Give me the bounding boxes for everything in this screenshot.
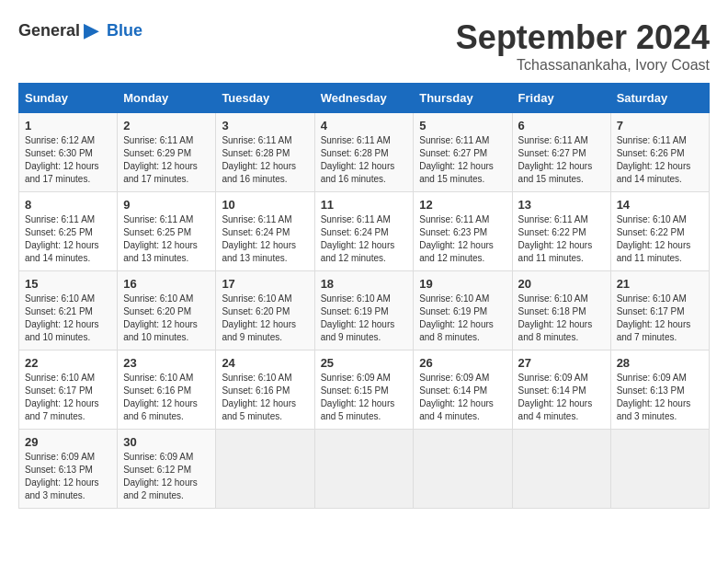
- calendar-subtitle: Tchassanankaha, Ivory Coast: [456, 57, 710, 74]
- table-row: 22 Sunrise: 6:10 AMSunset: 6:17 PMDaylig…: [19, 350, 118, 430]
- day-number: 4: [321, 119, 408, 132]
- day-number: 19: [419, 277, 506, 291]
- day-number: 30: [123, 435, 210, 449]
- day-number: 20: [518, 277, 605, 291]
- table-row: 4 Sunrise: 6:11 AMSunset: 6:28 PMDayligh…: [314, 113, 414, 192]
- day-info: Sunrise: 6:11 AMSunset: 6:24 PMDaylight:…: [222, 214, 296, 263]
- day-number: 24: [222, 356, 308, 370]
- table-row: 6 Sunrise: 6:11 AMSunset: 6:27 PMDayligh…: [512, 113, 610, 192]
- col-tuesday: Tuesday: [216, 84, 314, 113]
- col-saturday: Saturday: [610, 84, 709, 113]
- day-number: 22: [25, 356, 111, 370]
- table-row: 9 Sunrise: 6:11 AMSunset: 6:25 PMDayligh…: [118, 192, 216, 271]
- day-number: 2: [123, 119, 210, 132]
- day-number: 27: [518, 356, 605, 370]
- table-row: [512, 430, 610, 509]
- calendar-week-row: 8 Sunrise: 6:11 AMSunset: 6:25 PMDayligh…: [19, 192, 710, 271]
- day-info: Sunrise: 6:10 AMSunset: 6:19 PMDaylight:…: [419, 293, 494, 342]
- day-number: 23: [123, 356, 210, 370]
- table-row: 27 Sunrise: 6:09 AMSunset: 6:14 PMDaylig…: [512, 350, 610, 430]
- day-info: Sunrise: 6:11 AMSunset: 6:27 PMDaylight:…: [419, 135, 494, 184]
- day-number: 16: [123, 277, 210, 291]
- table-row: [216, 430, 314, 509]
- day-info: Sunrise: 6:09 AMSunset: 6:13 PMDaylight:…: [617, 373, 691, 421]
- day-info: Sunrise: 6:11 AMSunset: 6:25 PMDaylight:…: [123, 214, 198, 263]
- calendar-table: Sunday Monday Tuesday Wednesday Thursday…: [18, 83, 710, 509]
- day-number: 14: [617, 198, 703, 212]
- day-info: Sunrise: 6:10 AMSunset: 6:22 PMDaylight:…: [617, 214, 691, 263]
- table-row: 1 Sunrise: 6:12 AMSunset: 6:30 PMDayligh…: [19, 113, 118, 192]
- table-row: 21 Sunrise: 6:10 AMSunset: 6:17 PMDaylig…: [610, 271, 709, 350]
- day-info: Sunrise: 6:12 AMSunset: 6:30 PMDaylight:…: [25, 135, 99, 184]
- logo: General ▶ Blue: [18, 18, 142, 42]
- table-row: 10 Sunrise: 6:11 AMSunset: 6:24 PMDaylig…: [216, 192, 314, 271]
- col-wednesday: Wednesday: [314, 84, 414, 113]
- table-row: 2 Sunrise: 6:11 AMSunset: 6:29 PMDayligh…: [118, 113, 216, 192]
- day-number: 29: [25, 435, 111, 449]
- logo-general: General: [18, 21, 80, 40]
- day-info: Sunrise: 6:10 AMSunset: 6:17 PMDaylight:…: [25, 373, 99, 421]
- title-section: September 2024 Tchassanankaha, Ivory Coa…: [456, 18, 710, 74]
- table-row: 20 Sunrise: 6:10 AMSunset: 6:18 PMDaylig…: [512, 271, 610, 350]
- day-info: Sunrise: 6:10 AMSunset: 6:18 PMDaylight:…: [518, 293, 593, 342]
- day-info: Sunrise: 6:11 AMSunset: 6:24 PMDaylight:…: [321, 214, 395, 263]
- day-number: 26: [419, 356, 506, 370]
- table-row: [610, 430, 709, 509]
- day-info: Sunrise: 6:10 AMSunset: 6:20 PMDaylight:…: [222, 293, 296, 342]
- day-number: 1: [25, 119, 111, 132]
- table-row: 8 Sunrise: 6:11 AMSunset: 6:25 PMDayligh…: [19, 192, 118, 271]
- calendar-week-row: 15 Sunrise: 6:10 AMSunset: 6:21 PMDaylig…: [19, 271, 710, 350]
- table-row: 18 Sunrise: 6:10 AMSunset: 6:19 PMDaylig…: [314, 271, 414, 350]
- day-info: Sunrise: 6:10 AMSunset: 6:16 PMDaylight:…: [123, 373, 198, 421]
- day-number: 5: [419, 119, 506, 132]
- table-row: 13 Sunrise: 6:11 AMSunset: 6:22 PMDaylig…: [512, 192, 610, 271]
- day-number: 8: [25, 198, 111, 212]
- day-number: 18: [321, 277, 408, 291]
- day-number: 12: [419, 198, 506, 212]
- day-info: Sunrise: 6:10 AMSunset: 6:20 PMDaylight:…: [123, 293, 198, 342]
- logo-blue: Blue: [107, 21, 142, 40]
- table-row: 16 Sunrise: 6:10 AMSunset: 6:20 PMDaylig…: [118, 271, 216, 350]
- day-info: Sunrise: 6:11 AMSunset: 6:28 PMDaylight:…: [222, 135, 296, 184]
- day-number: 6: [518, 119, 605, 132]
- day-number: 25: [321, 356, 408, 370]
- day-info: Sunrise: 6:11 AMSunset: 6:27 PMDaylight:…: [518, 135, 593, 184]
- day-number: 3: [222, 119, 308, 132]
- day-info: Sunrise: 6:11 AMSunset: 6:23 PMDaylight:…: [419, 214, 494, 263]
- table-row: 24 Sunrise: 6:10 AMSunset: 6:16 PMDaylig…: [216, 350, 314, 430]
- col-monday: Monday: [118, 84, 216, 113]
- day-info: Sunrise: 6:11 AMSunset: 6:26 PMDaylight:…: [617, 135, 691, 184]
- calendar-week-row: 1 Sunrise: 6:12 AMSunset: 6:30 PMDayligh…: [19, 113, 710, 192]
- day-info: Sunrise: 6:11 AMSunset: 6:22 PMDaylight:…: [518, 214, 593, 263]
- calendar-week-row: 29 Sunrise: 6:09 AMSunset: 6:13 PMDaylig…: [19, 430, 710, 509]
- table-row: 25 Sunrise: 6:09 AMSunset: 6:15 PMDaylig…: [314, 350, 414, 430]
- day-number: 11: [321, 198, 408, 212]
- day-info: Sunrise: 6:11 AMSunset: 6:28 PMDaylight:…: [321, 135, 395, 184]
- day-info: Sunrise: 6:09 AMSunset: 6:14 PMDaylight:…: [518, 373, 593, 421]
- day-number: 15: [25, 277, 111, 291]
- calendar-title: September 2024: [456, 18, 710, 57]
- day-info: Sunrise: 6:10 AMSunset: 6:19 PMDaylight:…: [321, 293, 395, 342]
- table-row: 17 Sunrise: 6:10 AMSunset: 6:20 PMDaylig…: [216, 271, 314, 350]
- col-thursday: Thursday: [414, 84, 512, 113]
- day-info: Sunrise: 6:10 AMSunset: 6:16 PMDaylight:…: [222, 373, 296, 421]
- table-row: 7 Sunrise: 6:11 AMSunset: 6:26 PMDayligh…: [610, 113, 709, 192]
- table-row: 26 Sunrise: 6:09 AMSunset: 6:14 PMDaylig…: [414, 350, 512, 430]
- day-info: Sunrise: 6:09 AMSunset: 6:15 PMDaylight:…: [321, 373, 395, 421]
- table-row: 5 Sunrise: 6:11 AMSunset: 6:27 PMDayligh…: [414, 113, 512, 192]
- table-row: [314, 430, 414, 509]
- day-number: 28: [617, 356, 703, 370]
- table-row: 12 Sunrise: 6:11 AMSunset: 6:23 PMDaylig…: [414, 192, 512, 271]
- day-info: Sunrise: 6:09 AMSunset: 6:14 PMDaylight:…: [419, 373, 494, 421]
- page-header: General ▶ Blue September 2024 Tchassanan…: [18, 18, 710, 74]
- day-number: 7: [617, 119, 703, 132]
- logo-icon: ▶: [84, 18, 99, 42]
- table-row: 23 Sunrise: 6:10 AMSunset: 6:16 PMDaylig…: [118, 350, 216, 430]
- table-row: 11 Sunrise: 6:11 AMSunset: 6:24 PMDaylig…: [314, 192, 414, 271]
- day-info: Sunrise: 6:09 AMSunset: 6:13 PMDaylight:…: [25, 452, 99, 500]
- calendar-header-row: Sunday Monday Tuesday Wednesday Thursday…: [19, 84, 710, 113]
- table-row: 28 Sunrise: 6:09 AMSunset: 6:13 PMDaylig…: [610, 350, 709, 430]
- table-row: 29 Sunrise: 6:09 AMSunset: 6:13 PMDaylig…: [19, 430, 118, 509]
- table-row: 30 Sunrise: 6:09 AMSunset: 6:12 PMDaylig…: [118, 430, 216, 509]
- table-row: 14 Sunrise: 6:10 AMSunset: 6:22 PMDaylig…: [610, 192, 709, 271]
